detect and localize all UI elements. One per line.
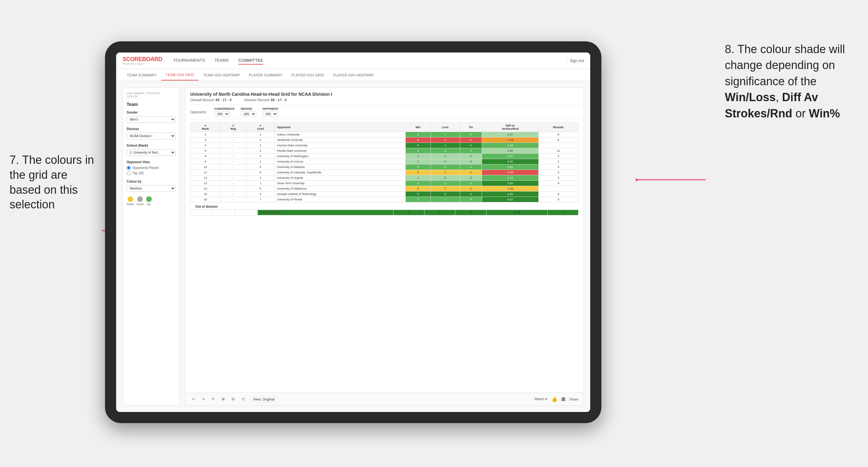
conference-filter: Conference (All) — [214, 107, 235, 117]
table-row: 4 - 1 Arizona State University 5 1 0 2.2… — [191, 143, 579, 148]
cell-win: 1 — [405, 159, 431, 164]
colour-by-section: Colour by Win/loss — [127, 180, 176, 192]
tab-player-h2h-heatmap[interactable]: PLAYER H2H HEATMAP — [329, 70, 378, 80]
cell-opponent: University of Virginia — [275, 175, 406, 181]
ood-label: NCAA Division II — [257, 210, 393, 215]
cell-rank: 4 — [191, 143, 220, 148]
share-button[interactable]: Share — [569, 397, 579, 401]
cell-rank: 13 — [191, 181, 220, 186]
tab-team-h2h-grid[interactable]: TEAM H2H GRID — [161, 70, 198, 81]
gender-select[interactable]: Men's — [127, 116, 176, 123]
ood-rounds: 3 — [547, 210, 578, 215]
school-select[interactable]: 1. University of Nort... — [127, 149, 176, 156]
out-of-division-row: NCAA Division II 1 0 0 26.00 3 — [191, 210, 579, 215]
tab-team-summary[interactable]: TEAM SUMMARY — [123, 70, 161, 80]
cell-tie: 0 — [460, 181, 482, 186]
radio-top100-label: Top 100 — [132, 172, 144, 175]
cell-diff: 2.33 — [482, 175, 539, 181]
clock-button[interactable]: ⏱ — [240, 396, 247, 402]
colour-by-select[interactable]: Win/loss — [127, 185, 176, 192]
division-select[interactable]: NCAA Division I — [127, 133, 176, 139]
out-of-division-header: Out of division — [190, 202, 579, 210]
region-select[interactable]: (All) — [241, 111, 256, 117]
sub-nav: TEAM SUMMARY TEAM H2H GRID TEAM H2H HEAT… — [116, 69, 590, 81]
nav-tournaments[interactable]: TOURNAMENTS — [173, 57, 205, 65]
ood-tie: 0 — [455, 210, 486, 215]
cell-diff: 2.28 — [482, 143, 539, 148]
opponent-select[interactable]: (All) — [262, 111, 278, 117]
table-row: 2 - 1 Auburn University 2 1 0 1.67 9 — [191, 132, 579, 137]
cell-diff: 3.67 — [482, 154, 539, 159]
division-section: Division NCAA Division I — [127, 127, 176, 139]
cell-reg: - — [220, 154, 246, 159]
cell-tie: 0 — [460, 137, 482, 143]
cell-opponent: Georgia Institute of Technology — [275, 191, 406, 197]
cell-diff: 1.67 — [482, 132, 539, 137]
cell-rounds: 3 — [538, 175, 578, 181]
watch-button[interactable]: Watch ▾ — [534, 397, 547, 401]
cell-diff: -2.29 — [482, 137, 539, 143]
table-row: 15 - 4 Georgia Institute of Technology 5… — [191, 191, 579, 197]
cell-loss: 1 — [431, 143, 460, 148]
sign-out-button[interactable]: Sign out — [566, 59, 584, 63]
ood-win: 1 — [393, 210, 424, 215]
gender-label: Gender — [127, 111, 176, 114]
ood-loss: 0 — [425, 210, 455, 215]
conference-filter-label: Conference — [214, 107, 235, 111]
cell-tie: 0 — [460, 191, 482, 197]
conference-select[interactable]: (All) — [214, 111, 230, 117]
report-header: University of North Carolina Head-to-Hea… — [185, 88, 584, 105]
table-row: 9 - 1 University of Arizona 1 0 0 9.00 2 — [191, 159, 579, 164]
app-logo-sub: Powered by clippd — [123, 62, 163, 65]
radio-opponents-played[interactable]: Opponents Played — [127, 166, 176, 170]
cell-rank: 10 — [191, 164, 220, 170]
cell-diff: -1.00 — [482, 186, 539, 191]
tab-player-h2h-grid[interactable]: PLAYER H2H GRID — [287, 70, 329, 80]
tab-team-h2h-heatmap[interactable]: TEAM H2H HEATMAP — [198, 70, 244, 80]
report-panel: University of North Carolina Head-to-Hea… — [185, 88, 584, 406]
arrow-right-annotation — [636, 172, 706, 188]
more-button[interactable]: ⊟ — [230, 396, 237, 402]
cell-diff: 2.61 — [482, 164, 539, 170]
legend-up-dot — [146, 196, 152, 202]
app-logo: SCOREBOARD — [123, 56, 162, 62]
toolbar-icon2[interactable]: ⊞ — [561, 396, 565, 402]
radio-top100[interactable]: Top 100 — [127, 171, 176, 175]
cell-tie: 0 — [460, 132, 482, 137]
cell-reg: - — [220, 175, 246, 181]
undo-button[interactable]: ↩ — [190, 396, 197, 402]
last-updated: Last Updated: 27/03/202416:55:38 — [127, 92, 176, 98]
cell-rounds: 9 — [538, 132, 578, 137]
view-original-button[interactable]: View: Original — [250, 396, 277, 402]
table-row: 16 - 7 University of Florida 3 1 0 6.62 … — [191, 197, 579, 202]
cell-rank: 2 — [191, 132, 220, 137]
legend-down-dot — [128, 196, 133, 202]
cell-win: 3 — [405, 197, 431, 202]
cell-rank: 12 — [191, 175, 220, 181]
opponents-filter-label: Opponents: — [190, 111, 207, 114]
legend: Down Level Up — [127, 196, 176, 206]
cell-win: 0 — [405, 186, 431, 191]
refresh-button[interactable]: ↻ — [210, 396, 217, 402]
cell-reg: - — [220, 181, 246, 186]
ood-reg — [213, 210, 235, 215]
nav-committee[interactable]: COMMITTEE — [238, 57, 263, 65]
redo-button[interactable]: ↪ — [200, 396, 207, 402]
nav-teams[interactable]: TEAMS — [214, 57, 229, 65]
cell-rounds: 2 — [538, 159, 578, 164]
cell-opponent: Arizona State University — [275, 143, 406, 148]
cell-rank: 11 — [191, 170, 220, 175]
cell-rank: 15 — [191, 191, 220, 197]
tab-player-summary[interactable]: PLAYER SUMMARY — [244, 70, 287, 80]
cell-tie: 0 — [460, 164, 482, 170]
cell-rounds: 12 — [538, 148, 578, 154]
legend-down-label: Down — [127, 203, 134, 206]
col-rank: #Rank — [191, 123, 220, 132]
cell-diff: 4.50 — [482, 191, 539, 197]
cell-opponent: Auburn University — [275, 132, 406, 137]
copy-button[interactable]: ⊞ — [220, 396, 226, 402]
colour-by-label: Colour by — [127, 180, 176, 183]
col-tie: Tie — [460, 123, 482, 132]
cell-conf: 3 — [246, 175, 275, 181]
toolbar-icon1[interactable]: 👍 — [551, 396, 557, 402]
